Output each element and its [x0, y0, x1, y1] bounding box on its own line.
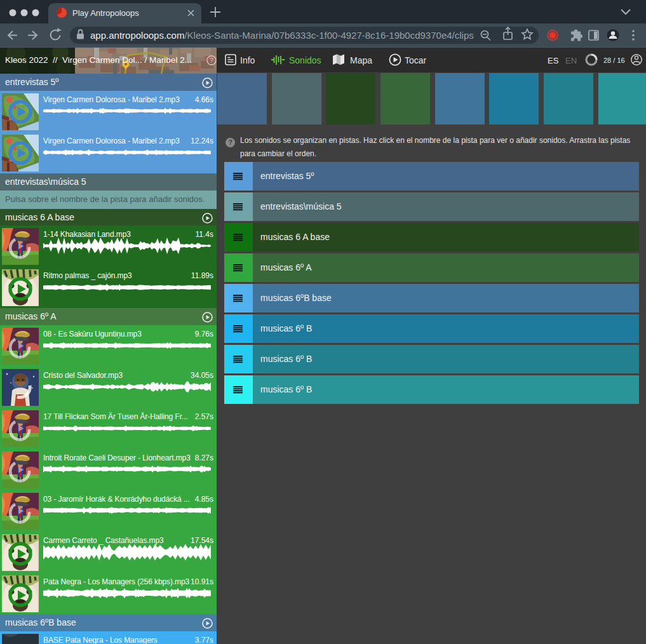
svg-text:?: ? [210, 57, 213, 64]
